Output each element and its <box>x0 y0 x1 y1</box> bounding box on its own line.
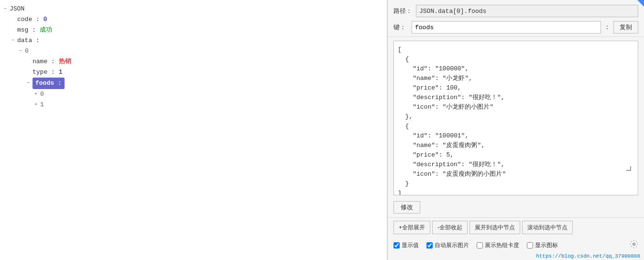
svg-point-0 <box>633 243 635 246</box>
foods-0-index: 0 <box>40 89 44 100</box>
key-row: 键： ： 复制 <box>393 21 638 34</box>
edit-row: 修改 <box>388 199 644 217</box>
checkbox-row: 显示值 自动展示图片 展示热组卡度 显示图标 <box>388 237 644 252</box>
tree-node-type: type : 1 <box>2 67 385 78</box>
tree-node-foods-1: 1 <box>2 100 385 110</box>
toggle-foods[interactable] <box>25 80 32 87</box>
path-row: 路径： <box>393 5 638 17</box>
path-label: 路径： <box>393 7 412 15</box>
show-hotkeys-label: 展示热组卡度 <box>485 241 519 249</box>
corner-decoration <box>637 0 644 7</box>
name-key: name : <box>33 57 55 67</box>
tree-node-data: data : <box>2 35 385 46</box>
tree-node-code: code : 0 <box>2 14 385 25</box>
copy-button[interactable]: 复制 <box>613 21 638 34</box>
show-hotkeys-checkbox-item[interactable]: 展示热组卡度 <box>477 241 519 249</box>
toggle-root[interactable] <box>2 6 9 12</box>
toggle-msg <box>10 27 16 34</box>
foods-1-index: 1 <box>40 100 44 110</box>
action-row: +全部展开 -全部收起 展开到选中节点 滚动到选中节点 <box>388 217 644 237</box>
name-value: 热销 <box>59 57 71 67</box>
key-label: 键： <box>393 23 408 32</box>
msg-key: msg : <box>17 25 36 35</box>
auto-show-image-label: 自动展示图片 <box>435 241 469 249</box>
url-bar: https://blog.csdn.net/qq_37900808 <box>388 252 644 260</box>
toggle-foods-1[interactable] <box>33 102 39 108</box>
json-content-area[interactable]: [ { "id": "100000", "name": "小龙虾", "pric… <box>393 41 638 195</box>
show-value-checkbox[interactable] <box>393 242 400 249</box>
tree-node-msg: msg : 成功 <box>2 25 385 35</box>
data-key: data : <box>17 35 40 46</box>
show-value-label: 显示值 <box>402 241 419 249</box>
expand-to-selected-button[interactable]: 展开到选中节点 <box>469 221 520 234</box>
show-icon-checkbox-item[interactable]: 显示图标 <box>527 241 558 249</box>
json-pre-content: [ { "id": "100000", "name": "小龙虾", "pric… <box>398 45 634 195</box>
show-icon-checkbox[interactable] <box>527 242 533 249</box>
expand-all-button[interactable]: +全部展开 <box>393 221 430 234</box>
toggle-foods-0[interactable] <box>33 91 39 98</box>
toggle-data[interactable] <box>10 37 16 44</box>
auto-show-image-checkbox[interactable] <box>426 242 433 249</box>
show-value-checkbox-item[interactable]: 显示值 <box>393 241 419 249</box>
toggle-data-0[interactable] <box>17 48 24 55</box>
toggle-type <box>25 69 32 76</box>
root-label: JSON <box>10 4 24 14</box>
key-input[interactable] <box>412 21 601 34</box>
panel-header: 路径： 键： ： 复制 <box>388 0 644 37</box>
resize-handle[interactable] <box>626 166 631 171</box>
edit-button[interactable]: 修改 <box>393 201 420 214</box>
show-hotkeys-checkbox[interactable] <box>477 242 483 249</box>
data-0-index: 0 <box>25 46 29 57</box>
gear-icon <box>630 240 638 249</box>
right-panel: 路径： 键： ： 复制 [ { "id": "100000", "name": … <box>387 0 644 260</box>
code-value: 0 <box>44 14 47 25</box>
auto-show-image-checkbox-item[interactable]: 自动展示图片 <box>426 241 469 249</box>
collapse-all-button[interactable]: -全部收起 <box>432 221 468 234</box>
show-icon-label: 显示图标 <box>535 241 558 249</box>
foods-key-selected[interactable]: foods : <box>33 78 65 89</box>
code-key: code : <box>17 14 40 25</box>
json-tree-panel: JSON code : 0 msg : 成功 data : 0 name : <box>0 0 387 260</box>
scroll-to-selected-button[interactable]: 滚动到选中节点 <box>522 221 573 234</box>
gear-icon-container[interactable] <box>630 240 638 250</box>
tree-node-root: JSON <box>2 4 385 14</box>
tree-node-name: name : 热销 <box>2 57 385 67</box>
type-value: 1 <box>59 67 63 78</box>
toggle-code <box>10 16 16 23</box>
tree-node-data-0: 0 <box>2 46 385 57</box>
tree-node-foods[interactable]: foods : <box>2 78 385 89</box>
path-input[interactable] <box>416 5 638 17</box>
type-key: type : <box>33 67 55 78</box>
msg-value: 成功 <box>40 25 52 35</box>
tree-node-foods-0: 0 <box>2 89 385 100</box>
toggle-name <box>25 58 32 65</box>
colon-sep: ： <box>604 23 611 32</box>
